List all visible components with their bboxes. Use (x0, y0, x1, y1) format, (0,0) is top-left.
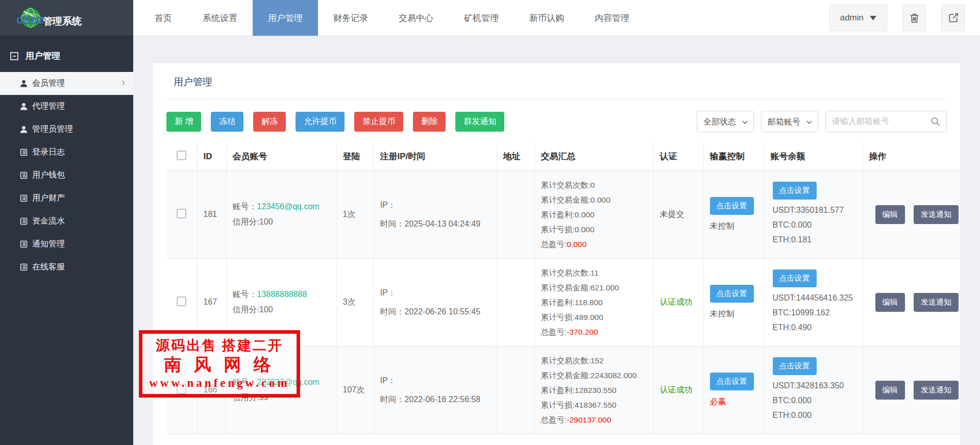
btc-balance: BTC:0.000 (773, 393, 863, 408)
top-nav-item[interactable]: 交易中心 (383, 0, 449, 36)
cell-ip-time: IP： 时间：2022-06-16 22:56:58 (374, 346, 497, 434)
watermark-line: 南 风 网 络 (142, 354, 297, 376)
top-nav-item[interactable]: 矿机管理 (449, 0, 514, 36)
control-set-button[interactable]: 点击设置 (710, 285, 754, 303)
send-notice-button[interactable]: 发送通知 (914, 205, 959, 224)
sidebar-item[interactable]: 用户钱包 (0, 164, 133, 187)
top-nav-item[interactable]: 财务记录 (318, 0, 383, 36)
cell-ip-time: IP： 时间：2025-04-13 04:24:49 (374, 170, 497, 258)
logout-icon (947, 12, 959, 24)
trash-button[interactable] (902, 5, 926, 31)
top-nav-item[interactable]: 系统设置 (187, 0, 253, 36)
sidebar-item[interactable]: 在线客服 (0, 256, 133, 279)
sidebar: 用户管理 会员管理›代理管理管理员管理登录日志用户钱包用户财产资金流水通知管理在… (0, 36, 133, 445)
watermark-line: 源码出售 搭建二开 (142, 337, 297, 354)
sidebar-item-label: 在线客服 (32, 262, 65, 273)
column-header: ID (197, 143, 226, 170)
sidebar-item-label: 通知管理 (32, 239, 65, 250)
sidebar-item[interactable]: 登录日志 (0, 141, 133, 164)
list-icon (19, 171, 28, 180)
cell-trade-summary: 累计交易次数:0 累计交易金额:0.000 累计盈利:0.000 累计亏损:0.… (534, 170, 653, 258)
balance-set-button[interactable]: 点击设置 (773, 182, 817, 200)
toolbar-button[interactable]: 解冻 (253, 112, 286, 132)
column-header: 交易汇总 (534, 143, 653, 170)
send-notice-button[interactable]: 发送通知 (914, 293, 959, 312)
toolbar-button[interactable]: 新 增 (166, 112, 201, 132)
top-navbar: USDZ 管理系统 首页系统设置用户管理财务记录交易中心矿机管理新币认购内容管理… (0, 0, 980, 36)
cell-account: 账号：123456@qq.com 信用分:100 (226, 170, 336, 258)
sidebar-item[interactable]: 用户财产 (0, 187, 133, 210)
search-input[interactable] (825, 111, 947, 132)
net-profit-value: 0.000 (567, 240, 586, 249)
sidebar-item[interactable]: 资金流水 (0, 210, 133, 233)
sidebar-item-label: 资金流水 (32, 216, 65, 227)
edit-button[interactable]: 编辑 (875, 381, 905, 400)
sidebar-section-header[interactable]: 用户管理 (0, 50, 133, 72)
logout-button[interactable] (941, 5, 965, 31)
toolbar-buttons: 新 增冻结解冻允许提币禁止提币删除群发通知 (166, 112, 504, 132)
sidebar-item[interactable]: 代理管理 (0, 95, 133, 118)
cell-logins: 3次 (336, 258, 374, 346)
balance-set-button[interactable]: 点击设置 (773, 269, 817, 287)
sidebar-item[interactable]: 管理员管理 (0, 118, 133, 141)
watermark-line: www.nanfengw.com (142, 376, 297, 391)
top-nav-item[interactable]: 新币认购 (514, 0, 579, 36)
account-link[interactable]: 123456@qq.com (257, 202, 320, 211)
auth-status: 认证成功 (660, 385, 693, 394)
toolbar-button[interactable]: 允许提币 (296, 112, 345, 132)
eth-balance: ETH:0.490 (773, 320, 863, 335)
logo: USDZ 管理系统 (19, 7, 82, 29)
search-icon[interactable] (930, 116, 941, 127)
chevron-right-icon: › (121, 77, 125, 88)
user-icon (19, 79, 28, 88)
net-profit-value: -290137.000 (567, 415, 611, 424)
divider (166, 99, 947, 100)
status-select-wrap: 全部状态 (697, 111, 754, 132)
row-checkbox[interactable] (177, 209, 186, 218)
top-nav-item[interactable]: 内容管理 (579, 0, 645, 36)
cell-auth: 认证成功 (653, 346, 703, 434)
control-status: 必赢 (710, 397, 764, 407)
column-header: 输赢控制 (703, 143, 764, 170)
top-nav-item[interactable]: 用户管理 (253, 0, 318, 36)
account-link[interactable]: 13888888888 (257, 290, 307, 299)
balance-set-button[interactable]: 点击设置 (773, 357, 817, 375)
sidebar-item-label: 代理管理 (32, 101, 65, 112)
column-header: 操作 (863, 143, 960, 170)
user-name: admin (840, 13, 864, 23)
sidebar-item[interactable]: 会员管理› (0, 72, 133, 95)
column-header: 账号余额 (764, 143, 863, 170)
collapse-icon (10, 52, 18, 60)
table-row: 181 账号：123456@qq.com 信用分:100 1次 IP： 时间：2… (166, 170, 960, 258)
cell-address (497, 170, 534, 258)
top-nav-item[interactable]: 首页 (139, 0, 187, 36)
table-header-row: ID会员账号登陆注册IP/时间地址交易汇总认证输赢控制账号余额操作 (166, 143, 960, 170)
control-set-button[interactable]: 点击设置 (710, 373, 754, 390)
field-select[interactable]: 邮箱账号 (761, 111, 818, 132)
select-all-checkbox[interactable] (177, 151, 186, 160)
toolbar-button[interactable]: 删除 (413, 112, 446, 132)
sidebar-item-label: 会员管理 (32, 78, 65, 89)
edit-button[interactable]: 编辑 (875, 293, 905, 312)
top-nav: 首页系统设置用户管理财务记录交易中心矿机管理新币认购内容管理 (139, 0, 645, 36)
sidebar-item[interactable]: 通知管理 (0, 233, 133, 256)
toolbar-button[interactable]: 群发通知 (455, 112, 504, 132)
cell-trade-summary: 累计交易次数:152 累计交易金额:2243082.000 累计盈利:12823… (534, 346, 653, 434)
toolbar-button[interactable]: 冻结 (211, 112, 243, 132)
app-name: 管理系统 (43, 15, 82, 29)
status-select[interactable]: 全部状态 (697, 111, 754, 132)
toolbar-button[interactable]: 禁止提币 (354, 112, 403, 132)
user-icon (19, 125, 28, 134)
edit-button[interactable]: 编辑 (875, 205, 905, 224)
cell-win-control: 点击设置 必赢 (703, 346, 764, 434)
row-checkbox[interactable] (177, 296, 186, 306)
caret-down-icon (870, 16, 876, 20)
cell-balance: 点击设置 USDT:3350181.577 BTC:0.000 ETH:0.18… (764, 170, 863, 258)
send-notice-button[interactable]: 发送通知 (914, 381, 959, 400)
control-set-button[interactable]: 点击设置 (710, 197, 754, 215)
cell-balance: 点击设置 USDT:144456416.325 BTC:10999.162 ET… (764, 258, 863, 346)
brand-block: USDZ 管理系统 (0, 0, 133, 36)
user-menu-button[interactable]: admin (829, 5, 887, 31)
credit-score: 100 (259, 217, 273, 226)
cell-actions: 编辑 发送通知 (863, 170, 960, 258)
